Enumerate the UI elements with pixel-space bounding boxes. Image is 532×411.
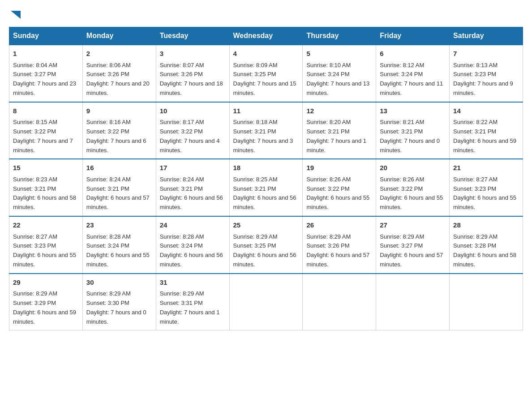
day-number: 11 (233, 106, 299, 116)
calendar-cell: 21Sunrise: 8:27 AMSunset: 3:23 PMDayligh… (450, 159, 523, 216)
calendar-cell: 5Sunrise: 8:10 AMSunset: 3:24 PMDaylight… (303, 45, 376, 102)
calendar-week-3: 15Sunrise: 8:23 AMSunset: 3:21 PMDayligh… (9, 159, 523, 216)
day-number: 24 (160, 220, 226, 231)
calendar-cell: 2Sunrise: 8:06 AMSunset: 3:26 PMDaylight… (82, 45, 156, 102)
day-number: 7 (453, 49, 519, 59)
day-info: Sunrise: 8:28 AMSunset: 3:24 PMDaylight:… (160, 232, 226, 270)
calendar-cell: 15Sunrise: 8:23 AMSunset: 3:21 PMDayligh… (9, 159, 83, 216)
calendar-cell: 30Sunrise: 8:29 AMSunset: 3:30 PMDayligh… (82, 274, 156, 330)
calendar-cell: 28Sunrise: 8:29 AMSunset: 3:28 PMDayligh… (450, 216, 523, 274)
header-monday: Monday (82, 27, 156, 45)
calendar-week-1: 1Sunrise: 8:04 AMSunset: 3:27 PMDaylight… (9, 45, 523, 102)
day-number: 1 (13, 49, 79, 59)
calendar-cell (450, 274, 523, 330)
day-number: 5 (306, 49, 372, 59)
day-info: Sunrise: 8:07 AMSunset: 3:26 PMDaylight:… (160, 61, 226, 98)
day-info: Sunrise: 8:27 AMSunset: 3:23 PMDaylight:… (13, 232, 79, 270)
calendar-header-row: SundayMondayTuesdayWednesdayThursdayFrid… (9, 27, 523, 45)
calendar-cell: 22Sunrise: 8:27 AMSunset: 3:23 PMDayligh… (9, 216, 83, 274)
day-info: Sunrise: 8:18 AMSunset: 3:21 PMDaylight:… (233, 118, 299, 155)
day-info: Sunrise: 8:09 AMSunset: 3:25 PMDaylight:… (233, 61, 299, 98)
calendar-cell: 4Sunrise: 8:09 AMSunset: 3:25 PMDaylight… (229, 45, 303, 102)
day-number: 19 (306, 163, 372, 173)
logo (9, 9, 21, 18)
day-info: Sunrise: 8:29 AMSunset: 3:31 PMDaylight:… (160, 289, 226, 326)
day-number: 10 (160, 106, 226, 116)
day-info: Sunrise: 8:29 AMSunset: 3:26 PMDaylight:… (306, 232, 372, 270)
calendar-cell: 8Sunrise: 8:15 AMSunset: 3:22 PMDaylight… (9, 102, 83, 159)
day-info: Sunrise: 8:29 AMSunset: 3:27 PMDaylight:… (380, 232, 446, 270)
header-tuesday: Tuesday (156, 27, 229, 45)
calendar-cell: 10Sunrise: 8:17 AMSunset: 3:22 PMDayligh… (156, 102, 229, 159)
calendar-cell (229, 274, 303, 330)
day-number: 27 (380, 220, 446, 231)
day-number: 8 (13, 106, 79, 116)
calendar-table: SundayMondayTuesdayWednesdayThursdayFrid… (9, 27, 523, 330)
calendar-cell (303, 274, 376, 330)
day-number: 6 (380, 49, 446, 59)
calendar-cell: 6Sunrise: 8:12 AMSunset: 3:24 PMDaylight… (376, 45, 450, 102)
calendar-cell: 12Sunrise: 8:20 AMSunset: 3:21 PMDayligh… (303, 102, 376, 159)
calendar-cell: 17Sunrise: 8:24 AMSunset: 3:21 PMDayligh… (156, 159, 229, 216)
day-info: Sunrise: 8:22 AMSunset: 3:21 PMDaylight:… (453, 118, 519, 155)
calendar-cell: 27Sunrise: 8:29 AMSunset: 3:27 PMDayligh… (376, 216, 450, 274)
calendar-cell: 23Sunrise: 8:28 AMSunset: 3:24 PMDayligh… (82, 216, 156, 274)
calendar-cell: 14Sunrise: 8:22 AMSunset: 3:21 PMDayligh… (450, 102, 523, 159)
day-info: Sunrise: 8:12 AMSunset: 3:24 PMDaylight:… (380, 61, 446, 98)
calendar-week-2: 8Sunrise: 8:15 AMSunset: 3:22 PMDaylight… (9, 102, 523, 159)
day-number: 9 (86, 106, 152, 116)
day-number: 20 (380, 163, 446, 173)
day-info: Sunrise: 8:26 AMSunset: 3:22 PMDaylight:… (380, 175, 446, 212)
day-info: Sunrise: 8:24 AMSunset: 3:21 PMDaylight:… (86, 175, 152, 212)
day-info: Sunrise: 8:06 AMSunset: 3:26 PMDaylight:… (86, 61, 152, 98)
calendar-cell: 3Sunrise: 8:07 AMSunset: 3:26 PMDaylight… (156, 45, 229, 102)
calendar-cell: 18Sunrise: 8:25 AMSunset: 3:21 PMDayligh… (229, 159, 303, 216)
day-info: Sunrise: 8:25 AMSunset: 3:21 PMDaylight:… (233, 175, 299, 212)
header-wednesday: Wednesday (229, 27, 303, 45)
page-header (9, 9, 523, 18)
day-info: Sunrise: 8:16 AMSunset: 3:22 PMDaylight:… (86, 118, 152, 155)
calendar-cell: 7Sunrise: 8:13 AMSunset: 3:23 PMDaylight… (450, 45, 523, 102)
day-number: 26 (306, 220, 372, 231)
calendar-week-4: 22Sunrise: 8:27 AMSunset: 3:23 PMDayligh… (9, 216, 523, 274)
header-saturday: Saturday (450, 27, 523, 45)
calendar-cell: 29Sunrise: 8:29 AMSunset: 3:29 PMDayligh… (9, 274, 83, 330)
calendar-cell: 24Sunrise: 8:28 AMSunset: 3:24 PMDayligh… (156, 216, 229, 274)
day-number: 16 (86, 163, 152, 173)
calendar-cell: 26Sunrise: 8:29 AMSunset: 3:26 PMDayligh… (303, 216, 376, 274)
day-number: 29 (13, 278, 79, 288)
calendar-cell: 9Sunrise: 8:16 AMSunset: 3:22 PMDaylight… (82, 102, 156, 159)
day-number: 21 (453, 163, 519, 173)
day-info: Sunrise: 8:29 AMSunset: 3:29 PMDaylight:… (13, 289, 79, 326)
calendar-cell: 13Sunrise: 8:21 AMSunset: 3:21 PMDayligh… (376, 102, 450, 159)
day-info: Sunrise: 8:27 AMSunset: 3:23 PMDaylight:… (453, 175, 519, 212)
calendar-cell: 31Sunrise: 8:29 AMSunset: 3:31 PMDayligh… (156, 274, 229, 330)
calendar-cell: 16Sunrise: 8:24 AMSunset: 3:21 PMDayligh… (82, 159, 156, 216)
day-info: Sunrise: 8:20 AMSunset: 3:21 PMDaylight:… (306, 118, 372, 155)
day-info: Sunrise: 8:04 AMSunset: 3:27 PMDaylight:… (13, 61, 79, 98)
calendar-cell: 19Sunrise: 8:26 AMSunset: 3:22 PMDayligh… (303, 159, 376, 216)
day-number: 30 (86, 278, 152, 288)
day-info: Sunrise: 8:23 AMSunset: 3:21 PMDaylight:… (13, 175, 79, 212)
day-number: 2 (86, 49, 152, 59)
day-number: 18 (233, 163, 299, 173)
day-number: 28 (453, 220, 519, 231)
day-number: 23 (86, 220, 152, 231)
header-sunday: Sunday (9, 27, 83, 45)
day-info: Sunrise: 8:21 AMSunset: 3:21 PMDaylight:… (380, 118, 446, 155)
day-number: 22 (13, 220, 79, 231)
day-number: 17 (160, 163, 226, 173)
calendar-cell: 1Sunrise: 8:04 AMSunset: 3:27 PMDaylight… (9, 45, 83, 102)
day-info: Sunrise: 8:17 AMSunset: 3:22 PMDaylight:… (160, 118, 226, 155)
day-number: 14 (453, 106, 519, 116)
day-info: Sunrise: 8:29 AMSunset: 3:30 PMDaylight:… (86, 289, 152, 326)
day-number: 12 (306, 106, 372, 116)
day-info: Sunrise: 8:13 AMSunset: 3:23 PMDaylight:… (453, 61, 519, 98)
day-number: 13 (380, 106, 446, 116)
day-number: 15 (13, 163, 79, 173)
day-info: Sunrise: 8:24 AMSunset: 3:21 PMDaylight:… (160, 175, 226, 212)
day-info: Sunrise: 8:29 AMSunset: 3:28 PMDaylight:… (453, 232, 519, 270)
header-thursday: Thursday (303, 27, 376, 45)
day-number: 31 (160, 278, 226, 288)
calendar-cell: 11Sunrise: 8:18 AMSunset: 3:21 PMDayligh… (229, 102, 303, 159)
